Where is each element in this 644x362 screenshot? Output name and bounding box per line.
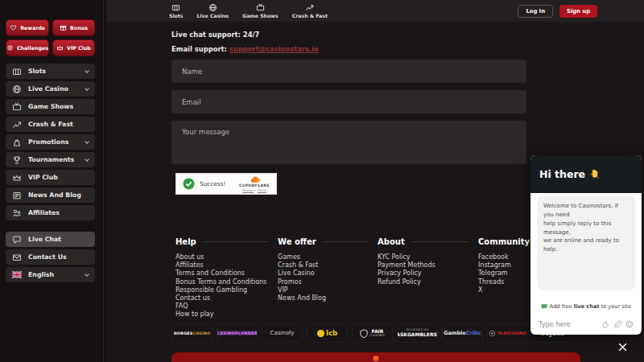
challenges-label: Challenges bbox=[17, 45, 48, 51]
signup-button[interactable]: Sign up bbox=[559, 5, 597, 18]
crown-icon bbox=[56, 44, 64, 51]
paperclip-icon[interactable] bbox=[613, 320, 621, 328]
partner-logo-askgamblers[interactable]: REVIEWED BYASKGAMBLERS' bbox=[397, 323, 438, 343]
login-button[interactable]: Log In bbox=[518, 5, 553, 18]
target-icon bbox=[6, 44, 14, 51]
globe-icon bbox=[208, 3, 217, 12]
sidebar-item-crash-fast[interactable]: Crash & Fast bbox=[6, 117, 95, 132]
chat-input[interactable]: Type here bbox=[539, 320, 601, 328]
topbar-item-live-casino[interactable]: Live Casino bbox=[196, 3, 229, 19]
envelope-icon bbox=[12, 253, 22, 262]
footer-link[interactable]: Games bbox=[278, 253, 378, 261]
crash-chart-icon bbox=[12, 120, 22, 130]
footer-link[interactable]: Privacy Policy bbox=[378, 269, 478, 278]
footer-link[interactable]: Affiliates bbox=[175, 261, 278, 269]
bonus-button[interactable]: Bonus bbox=[52, 19, 95, 36]
footer-heading: We offer bbox=[278, 237, 316, 246]
sidebar-item-label: Affiliates bbox=[28, 209, 89, 216]
footer-link[interactable]: Terms and Conditions bbox=[175, 269, 278, 278]
footer-link[interactable]: Contact us bbox=[175, 294, 278, 302]
privacy-link[interactable]: Privacy bbox=[242, 188, 254, 192]
footer-link[interactable]: VIP bbox=[278, 286, 378, 294]
footer: Help About us Affiliates Terms and Condi… bbox=[175, 237, 567, 319]
rewards-button[interactable]: Rewards bbox=[6, 19, 49, 36]
topbar-item-label: Game Shows bbox=[242, 13, 279, 19]
partner-logo-casinofy[interactable]: Casinofy bbox=[262, 323, 303, 343]
sidebar-item-contact-us[interactable]: Contact Us bbox=[6, 249, 95, 265]
cloudflare-cloud-icon bbox=[248, 176, 262, 183]
slots-icon bbox=[12, 67, 22, 76]
terms-link[interactable]: Terms bbox=[258, 188, 266, 192]
success-check-icon bbox=[183, 178, 195, 190]
sidebar-item-vip-club[interactable]: VIP Club bbox=[6, 170, 95, 185]
footer-link[interactable]: FAQ bbox=[175, 302, 278, 311]
name-input[interactable] bbox=[171, 60, 526, 83]
logo-text: Gamble bbox=[444, 330, 465, 336]
sidebar-nav: Slots Live Casino Game Shows Crash & Fas… bbox=[6, 64, 95, 282]
bottom-promo-banner[interactable] bbox=[171, 352, 580, 362]
partner-logos-bar: NORGESCASINO CASINOPLUNDER Casinofy lcb … bbox=[171, 323, 573, 343]
sidebar-item-live-chat[interactable]: Live Chat bbox=[6, 232, 95, 247]
partner-logo-norgescasino[interactable]: NORGESCASINO bbox=[171, 323, 213, 343]
topbar-item-slots[interactable]: Slots bbox=[169, 3, 183, 19]
email-support-label: Email support: bbox=[171, 45, 229, 53]
sidebar-item-label: Game Shows bbox=[28, 103, 89, 110]
captcha-status-text: Success! bbox=[200, 180, 225, 187]
footer-link[interactable]: Promos bbox=[278, 278, 378, 286]
sidebar-item-promotions[interactable]: Promotions bbox=[6, 134, 95, 150]
support-email-link[interactable]: support@casinostars.io bbox=[229, 45, 319, 53]
logo-text: CASINO bbox=[370, 334, 385, 337]
vip-club-button[interactable]: VIP Club bbox=[52, 39, 95, 56]
language-label: English bbox=[28, 271, 85, 278]
sidebar-item-slots[interactable]: Slots bbox=[6, 64, 95, 79]
topbar-item-game-shows[interactable]: Game Shows bbox=[242, 3, 279, 19]
footer-column-we-offer: We offer Games Crash & Fast Live Casino … bbox=[278, 237, 378, 319]
sidebar-item-live-casino[interactable]: Live Casino bbox=[6, 81, 95, 97]
footer-link[interactable]: Refund Policy bbox=[378, 278, 478, 286]
sidebar-item-news-blog[interactable]: News And Blog bbox=[6, 187, 95, 203]
emoji-icon[interactable] bbox=[625, 320, 634, 328]
footer-link[interactable]: Live Casino bbox=[278, 269, 378, 278]
chat-close-button[interactable] bbox=[614, 339, 630, 355]
message-textarea[interactable] bbox=[171, 121, 526, 164]
sidebar-item-affiliates[interactable]: Affiliates bbox=[6, 205, 95, 220]
partner-logo-playcasino[interactable]: PLAYCASINO bbox=[487, 323, 528, 343]
tawk-icon bbox=[541, 303, 547, 310]
chat-greeting: Hi there bbox=[539, 168, 585, 180]
footer-link[interactable]: How to play bbox=[175, 311, 278, 319]
tv-icon bbox=[256, 3, 265, 12]
sidebar-item-game-shows[interactable]: Game Shows bbox=[6, 99, 95, 114]
partner-logo-casinoplunder[interactable]: CASINOPLUNDER bbox=[217, 323, 258, 343]
chat-branding-link[interactable]: Add free live chat to your site bbox=[530, 303, 642, 310]
footer-link[interactable]: Payment Methods bbox=[378, 261, 478, 269]
partner-logo-lcb[interactable]: lcb bbox=[307, 323, 348, 343]
footer-link[interactable]: Responsible Gambling bbox=[175, 286, 278, 294]
language-selector[interactable]: English bbox=[6, 267, 95, 282]
sidebar-item-label: News And Blog bbox=[28, 191, 89, 199]
footer-link[interactable]: About us bbox=[175, 253, 278, 261]
topbar-item-crash-fast[interactable]: Crash & Fast bbox=[292, 3, 328, 19]
partner-logo-gamblecritic[interactable]: GambleCritic bbox=[442, 323, 483, 343]
lcb-icon bbox=[317, 330, 324, 337]
sidebar-item-tournaments[interactable]: Tournaments bbox=[6, 152, 95, 167]
partner-logo-fair-casino[interactable]: FAIRCASINO bbox=[352, 323, 393, 343]
money-bag-icon bbox=[12, 138, 22, 147]
cloudflare-branding: CLOUDFLARE Privacy • Terms bbox=[239, 176, 270, 192]
footer-link[interactable]: Bonus Terms and Conditions bbox=[175, 278, 278, 286]
uk-flag-icon bbox=[12, 271, 22, 278]
sidebar-item-label: Contact Us bbox=[28, 253, 89, 261]
logo-text: CASINOPLUNDER bbox=[217, 331, 257, 335]
newspaper-icon bbox=[12, 191, 22, 200]
sidebar-item-label: Slots bbox=[28, 68, 85, 75]
sidebar: Rewards Bonus Challenges VIP Club Slots … bbox=[0, 0, 101, 362]
email-input[interactable] bbox=[171, 90, 526, 113]
sidebar-item-label: Live Casino bbox=[28, 85, 85, 93]
logo-text: Critic bbox=[466, 330, 481, 336]
gift-icon bbox=[60, 24, 67, 31]
promo-buttons: Rewards Bonus Challenges VIP Club bbox=[6, 19, 95, 56]
thumbs-up-icon[interactable] bbox=[601, 320, 609, 328]
footer-link[interactable]: News And Blog bbox=[278, 294, 378, 302]
footer-link[interactable]: Crash & Fast bbox=[278, 261, 378, 269]
challenges-button[interactable]: Challenges bbox=[6, 39, 49, 56]
footer-link[interactable]: KYC Policy bbox=[378, 253, 478, 261]
